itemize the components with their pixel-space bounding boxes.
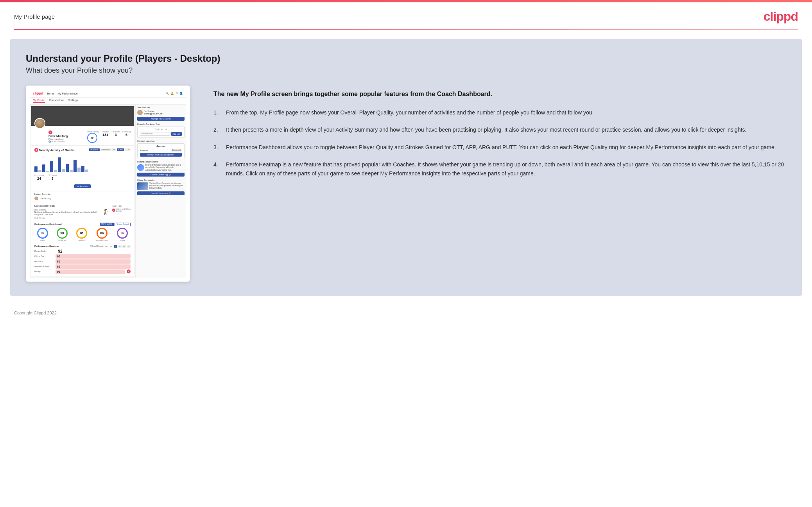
- app-nav-bar: clippd Home My Performance 🔍 🔔 ⚙ 👤: [30, 89, 186, 98]
- badge-4: 4: [127, 270, 131, 273]
- app-ring[interactable]: 85 Approach: [76, 228, 87, 241]
- pd-toggle: Player Quality Strokes Gained: [100, 223, 131, 226]
- connect-section: Connect your data Arccos Arccos Disconne…: [137, 140, 185, 158]
- coach-item: Dan Davies Barnmiggle Golf Club: [137, 110, 185, 115]
- main-content-area: Understand your Profile (Players - Deskt…: [10, 39, 802, 296]
- ph-btn-20[interactable]: 20: [127, 245, 131, 248]
- arccos-status-label: Arccos: [142, 149, 148, 152]
- overall-ring[interactable]: 92 Overall: [37, 228, 48, 241]
- app-nav-logo: clippd: [33, 91, 43, 95]
- drill-description: Be one of the Clippd Community pilots ab…: [145, 164, 185, 171]
- app-nav-links: Home My Performance: [47, 92, 78, 95]
- section-title: Understand your Profile (Players - Deskt…: [26, 53, 786, 64]
- ph-arg-arrow: ↓↓: [61, 265, 63, 268]
- following-stat: Following 5: [122, 130, 131, 137]
- trackman-link-box: Trackman Link Add Link: [137, 127, 185, 137]
- ott-ring[interactable]: 90 Off the Tee: [57, 228, 68, 241]
- mockup-right-col: Your Coaches Dan Davies Barnmiggle Golf …: [135, 105, 186, 278]
- bar-5: [50, 161, 53, 172]
- ph-ott-value: 90: [57, 255, 60, 258]
- 5y-filter[interactable]: 5Y: [111, 148, 116, 151]
- subnav-settings[interactable]: Settings: [68, 99, 78, 103]
- ph-app-label: Approach: [34, 260, 54, 262]
- drill-item: Be one of the Clippd Community pilots ab…: [137, 164, 185, 171]
- ph-trend-up: ━━: [110, 245, 112, 247]
- trackman-input[interactable]: [140, 132, 170, 136]
- settings-icon[interactable]: ⚙: [176, 92, 178, 95]
- subnav-my-profile[interactable]: My Profile: [33, 99, 45, 103]
- quality-label: Player Quality: [87, 130, 99, 133]
- profile-name: Blair McHarg: [48, 134, 87, 138]
- list-num-2: 2.: [213, 125, 220, 134]
- lesson-description: Nothing to feel like my hips are arching…: [34, 211, 99, 216]
- activity-summary-section: 2 Monthly Activity - 6 Months On-course …: [31, 145, 134, 191]
- activity-title: Monthly Activity - 6 Months: [39, 149, 75, 152]
- header-divider: [14, 29, 798, 30]
- bar-4: [46, 171, 49, 172]
- trackman-section: Upload a Trackman Test Trackman Link Add…: [137, 123, 185, 137]
- intro-text: The new My Profile screen brings togethe…: [213, 89, 786, 99]
- on-course-filter[interactable]: On-course: [89, 148, 100, 151]
- list-num-1: 1.: [213, 108, 220, 117]
- bar-11: [73, 160, 77, 172]
- trackman-title: Upload a Trackman Test: [137, 123, 185, 125]
- performance-dashboard-section: Performance Dashboard Player Quality Str…: [31, 221, 134, 243]
- pd-rings: 92 Overall 90 Off the Tee 85 Approach: [34, 228, 131, 241]
- pd-title: Performance Dashboard: [34, 223, 62, 225]
- bar-12: [77, 168, 81, 172]
- manage-coaches-btn[interactable]: Manage Your Coaches: [137, 117, 185, 121]
- performance-heatmap-section: Performance Heatmap 5 Round Change: ━━ ━…: [31, 243, 134, 276]
- activity-header: 2 Monthly Activity - 6 Months On-course …: [34, 148, 131, 152]
- manage-integrations-btn[interactable]: Manage Your Data Integrations: [140, 153, 182, 157]
- subnav-connections[interactable]: Connections: [49, 99, 64, 103]
- putt-ring-circle: 96: [117, 228, 128, 239]
- ph-ott-cell[interactable]: 90 ↓↓: [56, 254, 131, 259]
- 1m-filter[interactable]: 1 m: [125, 148, 131, 151]
- off-course-filter[interactable]: Off-course: [100, 148, 111, 151]
- feature-list: 1. From the top, My Profile page now sho…: [213, 108, 786, 178]
- coaches-title: Your Coaches: [137, 106, 185, 109]
- arg-ring[interactable]: 86 Around the Green: [96, 228, 108, 241]
- ph-title: Performance Heatmap: [34, 245, 59, 247]
- trackman-add-btn[interactable]: Add Link: [171, 132, 182, 136]
- disconnect-btn[interactable]: Disconnect: [171, 149, 182, 152]
- app-ring-circle: 85: [76, 228, 87, 239]
- drill-title: Record a Practice Drill: [137, 161, 185, 163]
- content-row: clippd Home My Performance 🔍 🔔 ⚙ 👤 My Pr…: [26, 86, 786, 282]
- lesson-player-name: Blair McHarg: [34, 209, 99, 211]
- connect-title: Connect your data: [137, 140, 185, 142]
- launch-capture-btn[interactable]: Launch Capture App 🚀: [137, 173, 185, 177]
- ph-btn-5[interactable]: 5: [114, 245, 117, 248]
- ph-arg-cell[interactable]: 86 ↓↓: [56, 264, 131, 269]
- strokes-gained-btn[interactable]: Strokes Gained: [115, 223, 131, 226]
- player-quality-btn[interactable]: Player Quality: [100, 223, 114, 226]
- all-activities-btn[interactable]: All Activities: [74, 184, 91, 188]
- footer: Copyright Clippd 2022: [0, 305, 812, 321]
- lesson-right: golf drill 3 Videos and Videos1 image: [112, 205, 131, 219]
- ph-putt-label: Putting: [34, 270, 54, 273]
- notification-icon[interactable]: 🔔: [170, 92, 174, 95]
- putt-ring[interactable]: 96 Putting: [117, 228, 128, 241]
- nav-link-home[interactable]: Home: [47, 92, 55, 95]
- nav-link-my-performance[interactable]: My Performance: [57, 92, 77, 95]
- lesson-meta: 01:1 - 50 mps: [34, 217, 99, 219]
- search-icon[interactable]: 🔍: [165, 92, 169, 95]
- quality-stat: Player Quality 92: [87, 130, 99, 143]
- quality-ring[interactable]: 92: [87, 133, 97, 143]
- community-description: Visit the Clippd Community and discover …: [149, 182, 185, 190]
- ott-ring-circle: 90: [57, 228, 68, 239]
- ph-btn-10[interactable]: 10: [118, 245, 122, 248]
- ph-app-cell[interactable]: 85 ↓↓: [56, 259, 131, 264]
- list-item-2: 2. It then presents a more in-depth view…: [213, 125, 786, 134]
- 6m-filter[interactable]: 6 Mths: [117, 148, 125, 151]
- ph-putt-cell[interactable]: 96 ↓↓: [56, 270, 125, 274]
- launch-community-btn[interactable]: Launch Community 🚀: [137, 191, 185, 195]
- ph-ott-arrow: ↓↓: [61, 255, 63, 257]
- ph-btn-group: 5 10 15 20: [114, 245, 131, 248]
- coaches-section: Your Coaches Dan Davies Barnmiggle Golf …: [137, 106, 185, 121]
- avatar-icon[interactable]: 👤: [179, 92, 183, 95]
- lesson-section: Lesson with Fonty Blair McHarg Nothing t…: [31, 203, 134, 221]
- off-course-count: Off Course 3: [48, 174, 57, 180]
- list-num-3: 3.: [213, 143, 220, 152]
- ph-btn-15[interactable]: 15: [122, 245, 126, 248]
